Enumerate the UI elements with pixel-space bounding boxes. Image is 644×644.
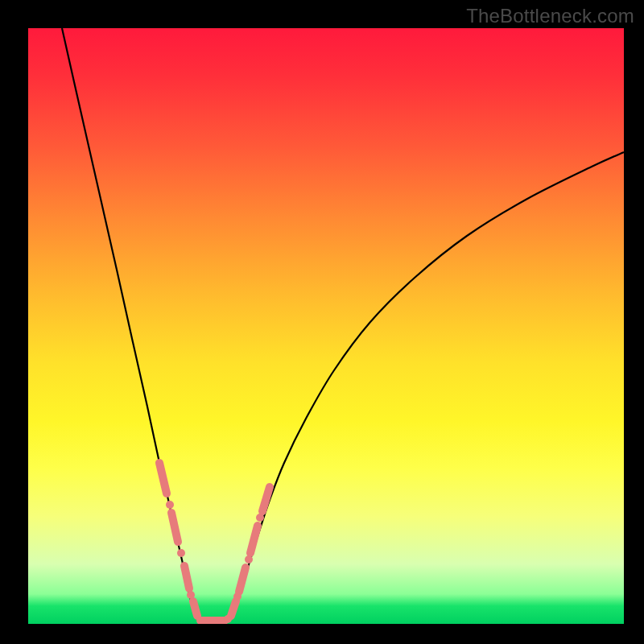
marker-dash <box>159 463 167 493</box>
marker-dot <box>224 615 232 623</box>
curve-right-branch <box>229 152 624 621</box>
marker-dot <box>245 555 253 564</box>
marker-dash <box>231 601 236 616</box>
marker-dash <box>171 513 178 542</box>
marker-dash <box>262 487 270 511</box>
curve-overlay <box>28 28 624 624</box>
marker-dot <box>187 591 195 599</box>
trough-markers <box>159 463 270 623</box>
plot-area <box>28 28 624 624</box>
marker-dash <box>239 568 246 592</box>
marker-dash <box>193 601 197 616</box>
watermark-text: TheBottleneck.com <box>466 5 634 27</box>
marker-dot <box>233 592 242 601</box>
bottleneck-curve <box>62 28 624 621</box>
chart-frame: TheBottleneck.com <box>0 0 644 644</box>
marker-dot <box>166 501 174 509</box>
marker-dash <box>184 566 189 588</box>
marker-dot <box>256 514 264 522</box>
marker-dot <box>177 549 185 557</box>
marker-dash <box>250 526 258 553</box>
